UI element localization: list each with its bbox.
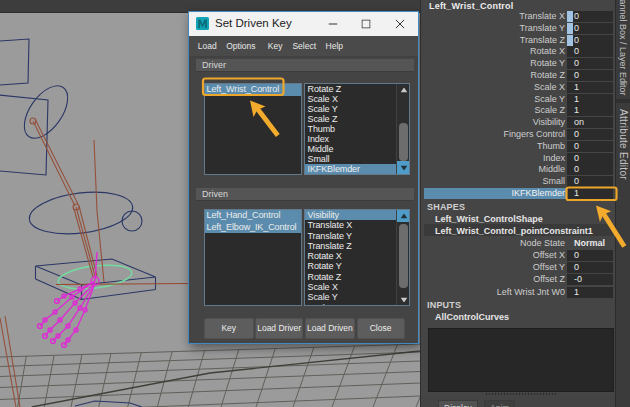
channel-value-field[interactable]: -0 [567,274,613,285]
channel-row[interactable]: Translate Y 0 [421,23,616,35]
channel-row[interactable]: Offset X 0 [421,250,616,262]
channel-row[interactable]: Translate Z 0 [421,35,616,47]
channel-row[interactable]: Small 0 [421,176,616,188]
constraint-node-name[interactable]: Left_Wrist_Control_pointConstraint1 [435,226,593,236]
channel-row[interactable]: Rotate Z 0 [421,70,616,82]
channel-row-selected[interactable]: IKFKBlemder 1 [421,188,616,200]
list-item[interactable]: IKFKBlemder [305,164,409,174]
list-item[interactable]: Scale X [305,282,409,292]
channel-value-field[interactable]: 0 [567,141,613,152]
driven-scrollbar[interactable] [396,210,409,305]
list-item[interactable]: Translate Y [305,231,409,241]
scroll-up-button[interactable] [397,210,410,222]
tab-display[interactable]: Display [438,400,478,407]
load-driven-button[interactable]: Load Driven [305,318,355,339]
channel-value-field[interactable]: 0 [567,46,613,57]
list-item[interactable]: Scale Z [305,303,409,306]
channel-row[interactable]: Left Wrist Jnt W0 1 [421,287,616,299]
list-item[interactable]: Middle [305,144,409,154]
channel-row[interactable]: Translate X 0 [421,11,616,23]
driven-node-list[interactable]: Left_Hand_Control Left_Elbow_IK_Control [204,209,302,306]
channel-value-field[interactable]: on [567,117,613,128]
dialog-titlebar[interactable]: Set Driven Key [189,12,418,36]
channel-row[interactable]: Offset Y 0 [421,262,616,274]
channel-label: Translate Y [519,23,565,35]
channel-value-field[interactable]: 0 [567,23,613,34]
driver-attribute-list[interactable]: Rotate Z Scale X Scale Y Scale Z Thumb I… [304,83,410,175]
list-item[interactable]: Rotate Z [305,84,409,94]
layer-editor-list[interactable] [428,328,614,392]
tab-channel-box-layer-editor[interactable]: Channel Box / Layer Editor [616,0,630,98]
input-node-name[interactable]: AllControlCurves [435,312,509,322]
list-item[interactable]: Index [305,134,409,144]
list-item[interactable]: Left_Hand_Control [205,210,301,222]
list-item[interactable]: Scale X [305,94,409,104]
channel-row[interactable]: Scale Y 1 [421,94,616,106]
tab-anim[interactable]: Anim [484,400,515,407]
list-item[interactable]: Rotate Z [305,272,409,282]
channel-value-field[interactable]: 0 [567,153,613,164]
list-item[interactable]: Rotate Y [305,261,409,271]
close-button[interactable] [389,12,411,36]
scroll-down-button[interactable] [397,294,410,305]
channel-row[interactable]: Index 0 [421,153,616,165]
shape-node-name[interactable]: Left_Wrist_ControlShape [435,214,543,224]
close-dialog-button[interactable]: Close [357,318,405,339]
scroll-down-button[interactable] [397,161,410,174]
maximize-button[interactable] [355,12,377,36]
menu-help[interactable]: Help [326,36,343,57]
channel-row[interactable]: Rotate Y 0 [421,58,616,70]
list-item[interactable]: Rotate X [305,251,409,261]
channel-row[interactable]: Middle 0 [421,164,616,176]
list-item[interactable]: Scale Z [305,114,409,124]
scroll-thumb[interactable] [399,224,408,288]
driven-attribute-list[interactable]: Visibility Translate X Translate Y Trans… [304,209,410,306]
channel-value-field[interactable]: 0 [567,262,613,273]
channel-value-field[interactable]: Normal [567,238,613,249]
menu-key[interactable]: Key [268,36,283,57]
driver-node-list[interactable]: Left_Wrist_Control [204,83,302,175]
menu-select[interactable]: Select [292,36,316,57]
channel-value-field[interactable]: 0 [567,176,613,187]
channel-value-field[interactable]: 0 [567,70,613,81]
channel-row[interactable]: Fingers Control 0 [421,129,616,141]
channel-row[interactable]: Thumb 0 [421,141,616,153]
load-driver-button[interactable]: Load Driver [255,318,303,339]
channel-value-field[interactable]: 0 [567,58,613,69]
channel-value-field[interactable]: 1 [567,82,613,93]
scroll-thumb[interactable] [399,123,408,161]
channel-row[interactable]: Node State Normal [421,238,616,250]
list-item[interactable]: Scale Y [305,104,409,114]
minimize-button[interactable] [322,12,344,36]
channel-value-field[interactable]: 0 [567,164,613,175]
tab-attribute-editor[interactable]: Attribute Editor [616,104,630,194]
list-item[interactable]: Scale Y [305,292,409,302]
channel-value-field[interactable]: 1 [567,287,613,298]
list-item[interactable]: Left_Wrist_Control [205,84,301,96]
list-item[interactable]: Translate Z [305,241,409,251]
menu-options[interactable]: Options [226,36,255,57]
list-item[interactable]: Thumb [305,124,409,134]
list-item[interactable]: Small [305,154,409,164]
key-button[interactable]: Key [204,318,254,339]
panel-splitter-handle[interactable] [486,393,558,395]
list-item[interactable]: Translate X [305,220,409,230]
list-item[interactable]: Visibility [305,210,409,220]
channel-row[interactable]: Scale Z 1 [421,105,616,117]
channel-value-field[interactable]: 0 [567,35,613,46]
scroll-up-button[interactable] [397,84,410,95]
channel-row[interactable]: Rotate X 0 [421,46,616,58]
channel-value-field[interactable]: 0 [567,250,613,261]
driver-scrollbar[interactable] [396,84,409,174]
channel-row[interactable]: Offset Z -0 [421,274,616,286]
channel-row[interactable]: Scale X 1 [421,82,616,94]
channel-value-field[interactable]: 0 [567,129,613,140]
channel-value-field[interactable]: 0 [567,11,613,22]
menu-load[interactable]: Load [198,36,217,57]
channel-value-field[interactable]: 1 [567,105,613,116]
list-item[interactable]: Left_Elbow_IK_Control [205,222,301,234]
channel-value-field[interactable]: 1 [567,188,613,199]
channel-value-field[interactable]: 1 [567,94,613,105]
channel-label: Offset Z [533,274,565,286]
channel-row[interactable]: Visibility on [421,117,616,129]
